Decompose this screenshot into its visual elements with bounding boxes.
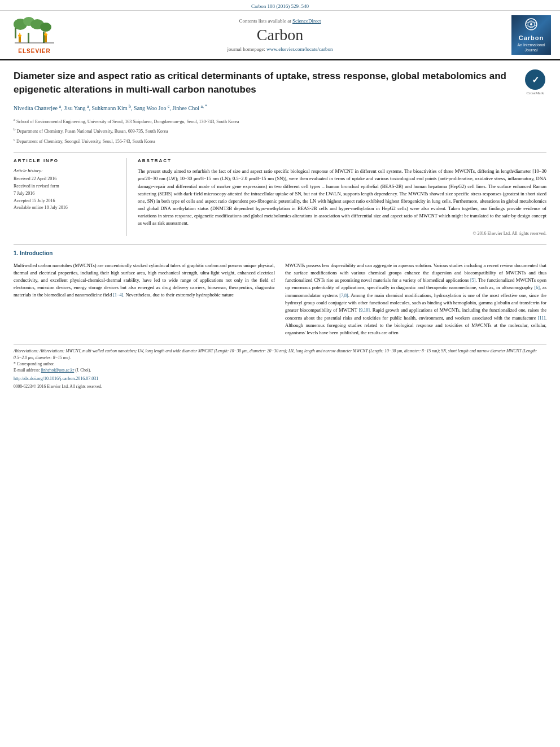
elsevier-text: ELSEVIER <box>18 48 50 54</box>
carbon-logo-right: Carbon An International Journal <box>500 15 551 55</box>
email-label: E-mail address: <box>14 368 40 373</box>
footer-notes: Abbreviations: Abbreviations: MWCNT, mul… <box>14 344 546 390</box>
email-link[interactable]: jinhchoi@uos.ac.kr <box>41 368 75 373</box>
ref-11: [11] <box>538 316 545 321</box>
article-info-abstract-section: ARTICLE INFO Article history: Received 2… <box>14 152 546 235</box>
abstract-text: The present study aimed to refurbish the… <box>138 168 546 227</box>
elsevier-logo: ELSEVIER <box>9 16 60 54</box>
crossmark-icon: ✓ <box>525 69 545 90</box>
email-note: E-mail address: jinhchoi@uos.ac.kr (J. C… <box>14 367 546 373</box>
svg-rect-5 <box>28 33 29 43</box>
author-5: Jinhee Choi <box>173 105 200 111</box>
abbreviations-text: Abbreviations: MWCNT, multi-walled carbo… <box>14 348 537 360</box>
top-citation-bar: Carbon 108 (2016) 529–540 <box>0 0 560 11</box>
svg-rect-0 <box>15 27 16 38</box>
crossmark-text: CrossMark <box>526 91 544 95</box>
journal-title: Carbon <box>60 26 500 44</box>
corresponding-note: * Corresponding author. <box>14 361 546 367</box>
abbreviations-note: Abbreviations: Abbreviations: MWCNT, mul… <box>14 348 546 361</box>
author-4: Sang Woo Joo <box>134 105 166 111</box>
article-history-label: Article history: <box>14 168 118 173</box>
ref-6: [6] <box>535 285 540 290</box>
intro-right-text: MWCNTs possess less dispersibility and c… <box>285 262 546 337</box>
ref-7-8: [7,8] <box>339 293 348 298</box>
article-info-label: ARTICLE INFO <box>14 158 118 163</box>
author-2: Jisu Yang <box>64 105 85 111</box>
abbreviations-label: Abbreviations: <box>14 348 40 353</box>
email-suffix: (J. Choi). <box>75 368 91 373</box>
abstract-copyright: © 2016 Elsevier Ltd. All rights reserved… <box>138 231 546 236</box>
intro-left-text: Multiwalled carbon nanotubes (MWCNTs) ar… <box>14 262 275 299</box>
ref-5: [5] <box>470 278 475 283</box>
author-3: Suhkmann Kim <box>92 105 128 111</box>
contents-text: Contents lists available at ScienceDirec… <box>60 18 500 24</box>
article-content: Diameter size and aspect ratio as critic… <box>0 60 560 399</box>
received-revised-date: 7 July 2016 <box>14 190 118 198</box>
carbon-logo-label: Carbon <box>519 34 544 41</box>
accepted-date: Accepted 15 July 2016 <box>14 198 118 205</box>
abstract-col: ABSTRACT The present study aimed to refu… <box>138 158 546 235</box>
abstract-paragraph: The present study aimed to refurbish the… <box>138 168 546 227</box>
section-separator <box>14 244 546 244</box>
svg-rect-6 <box>43 32 45 43</box>
svg-point-17 <box>530 23 532 25</box>
citation-text: Carbon 108 (2016) 529–540 <box>251 3 309 9</box>
author-1: Nivedita Chatterjee <box>14 105 58 111</box>
journal-center: Contents lists available at ScienceDirec… <box>60 18 500 52</box>
journal-homepage: journal homepage: www.elsevier.com/locat… <box>60 46 500 52</box>
sciencedirect-link[interactable]: ScienceDirect <box>292 18 321 24</box>
journal-header: ELSEVIER Contents lists available at Sci… <box>0 11 560 60</box>
received-date: Received 22 April 2016 <box>14 176 118 183</box>
available-date: Available online 18 July 2016 <box>14 204 118 212</box>
homepage-url[interactable]: www.elsevier.com/locate/carbon <box>266 46 333 52</box>
doi-link[interactable]: http://dx.doi.org/10.1016/j.carbon.2016.… <box>14 375 546 382</box>
ref-1-4: [1−4] <box>113 292 123 298</box>
carbon-logo-graphic <box>520 18 542 34</box>
crossmark: ✓ CrossMark <box>524 69 546 95</box>
affiliations: a School of Environmental Engineering, U… <box>14 117 546 145</box>
introduction-two-col: Multiwalled carbon nanotubes (MWCNTs) ar… <box>14 262 546 340</box>
intro-right-col: MWCNTs possess less dispersibility and c… <box>285 262 546 340</box>
carbon-logo-subtitle: An International Journal <box>514 42 549 53</box>
article-info-col: ARTICLE INFO Article history: Received 2… <box>14 158 126 235</box>
received-revised-label: Received in revised form <box>14 183 118 190</box>
authors-line: Nivedita Chatterjee a, Jisu Yang a, Suhk… <box>14 103 546 112</box>
svg-rect-10 <box>45 34 47 42</box>
svg-point-11 <box>44 33 47 36</box>
affiliation-c: c Department of Chemistry, Soongsil Univ… <box>14 137 546 145</box>
carbon-logo-box: Carbon An International Journal <box>511 15 551 55</box>
svg-point-4 <box>40 23 51 32</box>
introduction-title: 1. Introduction <box>14 250 546 256</box>
issn-line: 0008-6223/© 2016 Elsevier Ltd. All right… <box>14 383 546 390</box>
affiliation-a: a School of Environmental Engineering, U… <box>14 117 546 125</box>
article-title: Diameter size and aspect ratio as critic… <box>14 69 524 97</box>
affiliation-b: b Department of Chemistry, Pusan Nationa… <box>14 126 546 135</box>
article-title-section: Diameter size and aspect ratio as critic… <box>14 69 546 97</box>
intro-left-col: Multiwalled carbon nanotubes (MWCNTs) ar… <box>14 262 275 340</box>
ref-9-10: [9,10] <box>358 308 369 313</box>
authors-text: Nivedita Chatterjee a, Jisu Yang a, Suhk… <box>14 105 207 111</box>
elsevier-logo-svg <box>12 16 57 47</box>
svg-point-8 <box>18 34 21 37</box>
abstract-label: ABSTRACT <box>138 158 546 163</box>
